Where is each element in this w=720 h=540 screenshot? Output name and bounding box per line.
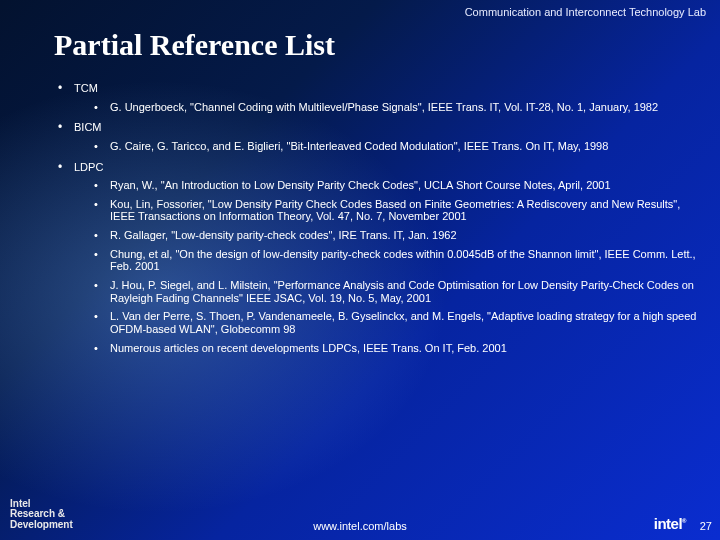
registered-mark: ® bbox=[682, 518, 686, 524]
reference-item: J. Hou, P. Siegel, and L. Milstein, "Per… bbox=[94, 279, 700, 304]
slide-title: Partial Reference List bbox=[54, 28, 335, 62]
slide: Communication and Interconnect Technolog… bbox=[0, 0, 720, 540]
footer-org-line: Intel bbox=[10, 498, 31, 509]
logo-text: intel bbox=[654, 515, 682, 532]
content-area: TCM G. Ungerboeck, "Channel Coding with … bbox=[58, 82, 700, 362]
reference-item: G. Ungerboeck, "Channel Coding with Mult… bbox=[94, 101, 700, 114]
section-label: LDPC bbox=[58, 161, 700, 174]
section-ldpc: LDPC Ryan, W., "An Introduction to Low D… bbox=[58, 161, 700, 355]
reference-item: Ryan, W., "An Introduction to Low Densit… bbox=[94, 179, 700, 192]
section-bicm: BICM G. Caire, G. Taricco, and E. Biglie… bbox=[58, 121, 700, 152]
footer-org-line: Research & bbox=[10, 508, 65, 519]
header-lab-label: Communication and Interconnect Technolog… bbox=[465, 6, 706, 18]
reference-item: R. Gallager, "Low-density parity-check c… bbox=[94, 229, 700, 242]
section-tcm: TCM G. Ungerboeck, "Channel Coding with … bbox=[58, 82, 700, 113]
reference-item: G. Caire, G. Taricco, and E. Biglieri, "… bbox=[94, 140, 700, 153]
intel-logo: intel® bbox=[654, 515, 686, 532]
reference-item: Kou, Lin, Fossorier, "Low Density Parity… bbox=[94, 198, 700, 223]
page-number: 27 bbox=[700, 520, 712, 532]
section-label: BICM bbox=[58, 121, 700, 134]
reference-item: Numerous articles on recent developments… bbox=[94, 342, 700, 355]
footer-url: www.intel.com/labs bbox=[0, 520, 720, 532]
reference-item: L. Van der Perre, S. Thoen, P. Vandename… bbox=[94, 310, 700, 335]
section-label: TCM bbox=[58, 82, 700, 95]
reference-item: Chung, et al, "On the design of low-dens… bbox=[94, 248, 700, 273]
